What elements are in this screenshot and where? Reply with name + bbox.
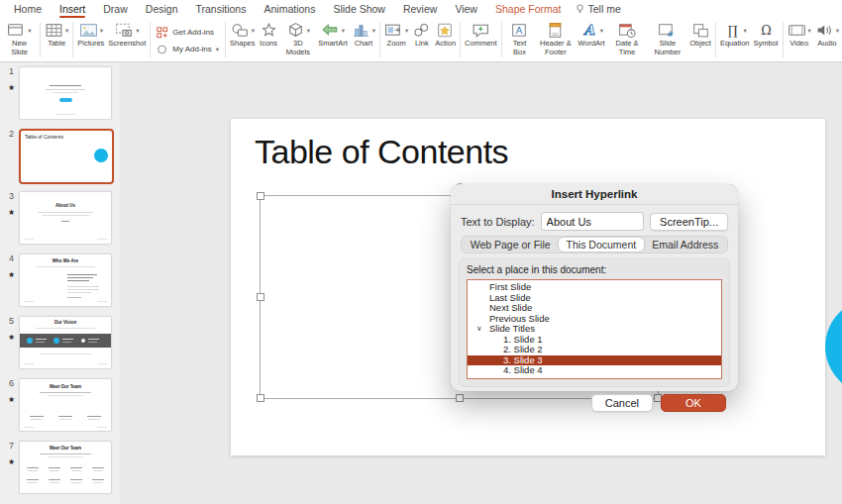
list-item-first-slide[interactable]: First Slide	[468, 282, 721, 293]
slide-6-preview[interactable]: Meet Our Team	[19, 378, 112, 432]
screenshot-button[interactable]: Screenshot	[106, 20, 148, 50]
smartart-button[interactable]: SmartArt	[316, 20, 350, 50]
this-document-panel: Select a place in this document: First S…	[459, 258, 730, 387]
place-list: First Slide Last Slide Next Slide Previo…	[467, 279, 722, 379]
text-box-button[interactable]: A Text Box	[504, 20, 536, 57]
tab-email-address[interactable]: Email Address	[644, 238, 726, 252]
menu-tab-transitions[interactable]: Transitions	[186, 1, 255, 18]
new-slide-icon	[7, 22, 26, 39]
icons-button[interactable]: Icons	[258, 20, 280, 50]
slide-thumbnail-5[interactable]: 5 Our Vision	[4, 316, 116, 368]
shapes-button[interactable]: Shapes	[228, 20, 257, 50]
slide-1-preview[interactable]	[19, 66, 112, 120]
slide-number-button[interactable]: # Slide Number	[647, 20, 687, 57]
equation-icon: ∏	[723, 22, 742, 39]
equation-button[interactable]: ∏ Equation	[718, 20, 752, 50]
new-slide-button[interactable]: New Slide	[1, 20, 38, 57]
get-addins-button[interactable]: Get Add-ins	[157, 27, 219, 39]
smartart-icon	[321, 22, 340, 39]
video-button[interactable]: Video	[786, 20, 813, 50]
menu-tab-shape-format[interactable]: Shape Format	[486, 1, 571, 18]
slide-title-text[interactable]: Table of Contents	[255, 133, 508, 171]
symbol-button[interactable]: Ω Symbol	[752, 20, 781, 50]
chart-icon	[352, 22, 370, 39]
animation-star-icon	[8, 207, 15, 217]
svg-text:Ω: Ω	[761, 23, 772, 38]
table-button[interactable]: Table	[43, 20, 70, 50]
blue-circle-shape[interactable]	[825, 299, 842, 394]
link-button[interactable]: Link	[410, 20, 433, 50]
tab-this-document[interactable]: This Document	[559, 238, 645, 252]
resize-handle-mid-left[interactable]	[257, 293, 264, 301]
slide-6-number: 6	[9, 378, 14, 388]
slide-thumbnail-3[interactable]: 3 About Us	[4, 191, 116, 244]
slide-5-number: 5	[9, 316, 14, 326]
zoom-button[interactable]: Zoom	[382, 20, 410, 50]
pictures-button[interactable]: Pictures	[75, 20, 106, 50]
pictures-icon	[79, 22, 98, 39]
wordart-icon: A	[579, 22, 598, 39]
tell-me-button[interactable]: Tell me	[575, 3, 621, 15]
action-button[interactable]: Action	[433, 20, 458, 50]
lightbulb-icon	[575, 3, 585, 15]
3d-models-button[interactable]: 3D Models	[280, 20, 317, 57]
slide-3-preview[interactable]: About Us	[19, 191, 112, 245]
menu-tab-home[interactable]: Home	[5, 1, 51, 18]
list-item-slide-2[interactable]: 2. Slide 2	[468, 345, 721, 355]
menu-tab-design[interactable]: Design	[137, 1, 187, 18]
text-to-display-label: Text to Display:	[461, 216, 535, 228]
menu-tab-view[interactable]: View	[446, 1, 486, 18]
slide-thumbnail-2[interactable]: 2 Table of Contents	[4, 129, 116, 181]
menu-tab-slide-show[interactable]: Slide Show	[324, 1, 394, 18]
list-item-slide-4[interactable]: 4. Slide 4	[468, 365, 721, 376]
audio-button[interactable]: Audio	[813, 20, 841, 50]
slide-2-number: 2	[9, 129, 14, 139]
dialog-title: Insert Hyperlink	[451, 184, 738, 205]
tab-web-page-or-file[interactable]: Web Page or File	[463, 238, 559, 252]
screentip-button[interactable]: ScreenTip...	[650, 213, 728, 231]
header-footer-icon	[546, 22, 565, 39]
comment-button[interactable]: Comment	[463, 20, 499, 50]
menu-tab-review[interactable]: Review	[394, 1, 446, 18]
slide-2-preview[interactable]: Table of Contents	[19, 129, 114, 184]
menu-tab-draw[interactable]: Draw	[94, 1, 137, 18]
resize-handle-top-left[interactable]	[257, 192, 264, 200]
slide-thumbnail-7[interactable]: 7 Meet Our Team	[4, 441, 116, 493]
slide-2-title: Table of Contents	[25, 135, 63, 140]
video-icon	[788, 22, 806, 39]
object-button[interactable]: Object	[687, 20, 713, 50]
animation-star-icon	[8, 394, 15, 404]
text-to-display-input[interactable]	[541, 212, 645, 231]
action-icon	[436, 22, 455, 39]
table-icon	[45, 22, 63, 39]
wordart-button[interactable]: A WordArt	[576, 20, 606, 50]
list-item-slide-titles[interactable]: Slide Titles	[468, 324, 721, 335]
chart-button[interactable]: Chart	[350, 20, 377, 50]
shapes-icon	[231, 22, 250, 39]
header-footer-button[interactable]: Header & Footer	[535, 20, 576, 57]
list-item-next-slide[interactable]: Next Slide	[468, 303, 721, 314]
slide-number-icon: #	[658, 22, 677, 39]
ribbon-tab-bar: Home Insert Draw Design Transitions Anim…	[0, 0, 842, 18]
slide-4-preview[interactable]: Who We Are	[19, 253, 112, 307]
slide-5-preview[interactable]: Our Vision	[19, 316, 112, 369]
slide-7-preview[interactable]: Meet Our Team	[19, 441, 112, 494]
3d-models-icon	[286, 22, 305, 39]
svg-text:∏: ∏	[727, 23, 737, 38]
my-addins-button[interactable]: My Add-ins	[157, 44, 219, 55]
menu-tab-animations[interactable]: Animations	[255, 1, 324, 18]
select-place-label: Select a place in this document:	[467, 264, 722, 275]
slide-thumbnail-6[interactable]: 6 Meet Our Team	[4, 378, 116, 431]
symbol-icon: Ω	[757, 22, 776, 39]
slide-thumbnail-1[interactable]: 1	[4, 66, 116, 119]
slide-6-title: Meet Our Team	[20, 385, 111, 390]
date-time-button[interactable]: Date & Time	[607, 20, 648, 57]
animation-star-icon	[8, 456, 15, 466]
slide-thumbnail-panel: 1 2 Table of Contents 3	[0, 60, 120, 504]
cancel-button[interactable]: Cancel	[591, 394, 653, 412]
menu-tab-insert[interactable]: Insert	[51, 1, 94, 18]
resize-handle-bottom-left[interactable]	[257, 394, 264, 402]
animation-star-icon	[8, 269, 15, 279]
slide-thumbnail-4[interactable]: 4 Who We Are	[4, 253, 116, 306]
ok-button[interactable]: OK	[661, 394, 726, 412]
